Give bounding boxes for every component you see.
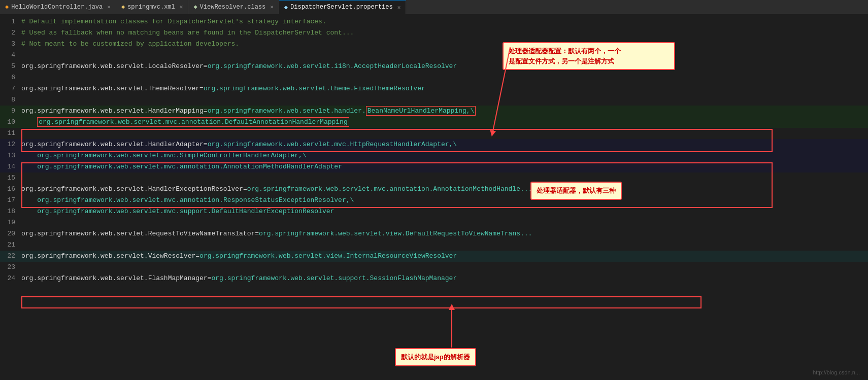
close-icon[interactable]: ✕ bbox=[180, 4, 183, 10]
tab-dispatcherservlet[interactable]: ◆ DispatcherServlet.properties ✕ bbox=[279, 0, 407, 14]
line-23: 23 bbox=[0, 262, 868, 273]
code-content: 1 # Default implementation classes for D… bbox=[0, 14, 868, 284]
line-6: 6 bbox=[0, 72, 868, 83]
line-15: 15 bbox=[0, 172, 868, 184]
tab-helloworld[interactable]: ◆ HelloWorldController.java ✕ bbox=[0, 0, 116, 14]
line-24: 24 org.springframework.web.servlet.Flash… bbox=[0, 273, 868, 284]
close-icon[interactable]: ✕ bbox=[270, 4, 274, 10]
tab-springmvc[interactable]: ◆ springmvc.xml ✕ bbox=[116, 0, 188, 14]
line-1: 1 # Default implementation classes for D… bbox=[0, 16, 868, 27]
watermark: http://blog.csdn.n... bbox=[813, 369, 860, 375]
arrow-jsp bbox=[447, 304, 457, 350]
tab-icon-xml: ◆ bbox=[121, 3, 125, 11]
line-13: 13 org.springframework.web.servlet.mvc.S… bbox=[0, 150, 868, 161]
close-icon[interactable]: ✕ bbox=[397, 4, 401, 11]
tab-icon-class: ◆ bbox=[193, 3, 197, 11]
line-20: 20 org.springframework.web.servlet.Reque… bbox=[0, 228, 868, 239]
editor: 1 # Default implementation classes for D… bbox=[0, 14, 868, 379]
tab-bar: ◆ HelloWorldController.java ✕ ◆ springmv… bbox=[0, 0, 868, 14]
callout-handler-config: 处理器适配器配置：默认有两个，一个是配置文件方式，另一个是注解方式 bbox=[503, 42, 675, 70]
callout-jsp-resolver: 默认的就是jsp的解析器 bbox=[395, 348, 476, 366]
line-19: 19 bbox=[0, 217, 868, 228]
line-22: 22 org.springframework.web.servlet.ViewR… bbox=[0, 251, 868, 262]
line-14: 14 org.springframework.web.servlet.mvc.a… bbox=[0, 161, 868, 172]
line-21: 21 bbox=[0, 239, 868, 251]
tab-icon-java: ◆ bbox=[5, 3, 9, 11]
box-view-resolver bbox=[21, 296, 702, 308]
close-icon[interactable]: ✕ bbox=[107, 4, 111, 10]
line-3: 3 # Not meant to be customized by applic… bbox=[0, 39, 868, 50]
line-5: 5 org.springframework.web.servlet.Locale… bbox=[0, 61, 868, 72]
line-2: 2 # Used as fallback when no matching be… bbox=[0, 27, 868, 39]
callout-handler-adapter: 处理器适配器，默认有三种 bbox=[530, 182, 622, 200]
line-11: 11 bbox=[0, 128, 868, 139]
line-18: 18 org.springframework.web.servlet.mvc.s… bbox=[0, 206, 868, 217]
line-4: 4 bbox=[0, 50, 868, 61]
tab-icon-props: ◆ bbox=[284, 4, 288, 11]
line-12: 12 org.springframework.web.servlet.Handl… bbox=[0, 139, 868, 150]
line-9: 9 org.springframework.web.servlet.Handle… bbox=[0, 106, 868, 117]
line-16: 16 org.springframework.web.servlet.Handl… bbox=[0, 184, 868, 195]
tab-viewresolver[interactable]: ◆ ViewResolver.class ✕ bbox=[188, 0, 279, 14]
line-8: 8 bbox=[0, 94, 868, 106]
line-7: 7 org.springframework.web.servlet.ThemeR… bbox=[0, 83, 868, 94]
line-10: 10 org.springframework.web.servlet.mvc.a… bbox=[0, 117, 868, 128]
line-17: 17 org.springframework.web.servlet.mvc.a… bbox=[0, 195, 868, 206]
